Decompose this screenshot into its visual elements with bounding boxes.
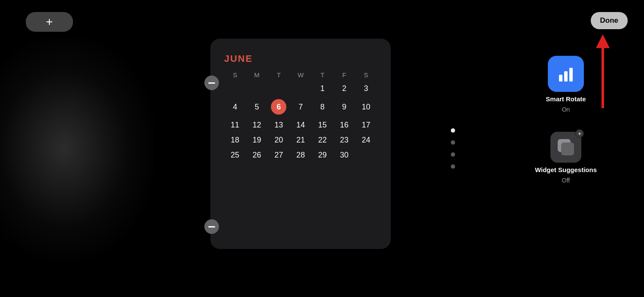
calendar-widget: JUNE S M T W T F S 123456789101112131415…: [210, 39, 391, 249]
calendar-day: 10: [355, 96, 377, 118]
calendar-day: 12: [246, 118, 268, 133]
bar-2: [564, 71, 568, 82]
day-header-wed: W: [290, 69, 312, 81]
calendar-day: 19: [246, 133, 268, 148]
bar-1: [559, 75, 562, 82]
red-arrow: [596, 34, 610, 108]
plus-badge: +: [575, 129, 584, 138]
page-dot-1: [451, 128, 455, 133]
right-panel: Smart Rotate On + Widget Suggestions Off: [535, 56, 597, 184]
calendar-day: 6: [268, 96, 290, 118]
smart-rotate-icon: [548, 56, 584, 92]
calendar-day: 1: [312, 81, 334, 96]
calendar-day: 13: [268, 118, 290, 133]
calendar-day: 23: [333, 133, 355, 148]
page-dots: [451, 128, 455, 169]
calendar-day: 3: [355, 81, 377, 96]
calendar-grid: S M T W T F S 12345678910111213141516171…: [224, 69, 377, 163]
page-dot-4: [451, 164, 455, 169]
done-label: Done: [600, 16, 619, 24]
add-icon: +: [46, 16, 53, 28]
day-header-fri: F: [333, 69, 355, 81]
widget-suggestions-status: Off: [562, 177, 570, 184]
widget-suggestions-name: Widget Suggestions: [535, 166, 597, 173]
layer-square-2: [561, 142, 574, 155]
calendar-day: [224, 81, 246, 96]
remove-widget-bottom-button[interactable]: [204, 219, 219, 234]
calendar-day: 2: [333, 81, 355, 96]
calendar-day: 22: [312, 133, 334, 148]
calendar-day: [355, 148, 377, 163]
day-header-sun: S: [224, 69, 246, 81]
calendar-day: 5: [246, 96, 268, 118]
calendar-day: 21: [290, 133, 312, 148]
widget-suggestions-icon: +: [550, 132, 581, 163]
remove-widget-top-button[interactable]: [204, 76, 219, 90]
calendar-day: 18: [224, 133, 246, 148]
calendar-day: 17: [355, 118, 377, 133]
calendar-day: 26: [246, 148, 268, 163]
ambient-glow: [0, 37, 155, 260]
calendar-day: 8: [312, 96, 334, 118]
calendar-day: 29: [312, 148, 334, 163]
calendar-day: 9: [333, 96, 355, 118]
smart-rotate-status: On: [562, 106, 570, 113]
calendar-day: [290, 81, 312, 96]
calendar-day: 14: [290, 118, 312, 133]
page-dot-3: [451, 152, 455, 157]
calendar-day: 24: [355, 133, 377, 148]
calendar-day: 15: [312, 118, 334, 133]
smart-rotate-name: Smart Rotate: [546, 95, 586, 103]
calendar-day: 25: [224, 148, 246, 163]
calendar-day: 27: [268, 148, 290, 163]
calendar-day: 16: [333, 118, 355, 133]
calendar-day: 20: [268, 133, 290, 148]
smart-rotate-item[interactable]: Smart Rotate On: [546, 56, 586, 113]
bar-chart-icon: [559, 66, 573, 82]
widget-suggestions-item[interactable]: + Widget Suggestions Off: [535, 132, 597, 184]
bar-3: [569, 68, 573, 82]
calendar-day: 28: [290, 148, 312, 163]
calendar-day: 11: [224, 118, 246, 133]
calendar-day: [246, 81, 268, 96]
layer-icon: [558, 139, 574, 155]
done-button[interactable]: Done: [591, 12, 628, 29]
page-dot-2: [451, 140, 455, 145]
calendar-day: 4: [224, 96, 246, 118]
day-header-tue: T: [268, 69, 290, 81]
calendar-day: 30: [333, 148, 355, 163]
day-header-sat: S: [355, 69, 377, 81]
add-widget-button[interactable]: +: [26, 12, 73, 32]
calendar-day: 7: [290, 96, 312, 118]
calendar-day: [268, 81, 290, 96]
arrow-line: [601, 48, 604, 108]
day-header-mon: M: [246, 69, 268, 81]
day-header-thu: T: [312, 69, 334, 81]
arrow-head: [596, 34, 610, 48]
calendar-month: JUNE: [224, 53, 377, 64]
